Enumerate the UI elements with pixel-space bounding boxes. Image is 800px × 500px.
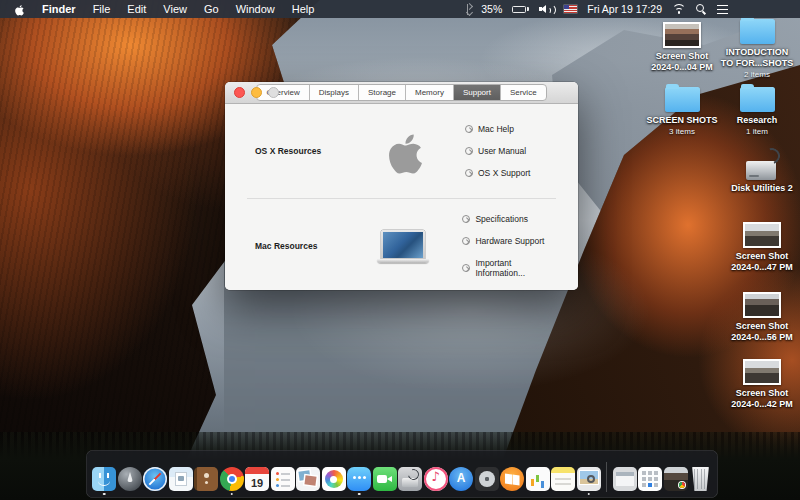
- desktop-icon-screenshot-56pm[interactable]: Screen Shot2024-0...56 PM: [722, 292, 800, 343]
- dvd-player-icon: [475, 467, 499, 491]
- os-x-resources-label: OS X Resources: [255, 146, 359, 156]
- dock-finder[interactable]: [92, 467, 116, 494]
- mac-resources-label: Mac Resources: [255, 241, 358, 251]
- dock-documents-stack[interactable]: [613, 467, 637, 494]
- desktop-icon-screenshot-42pm[interactable]: Screen Shot2024-0...42 PM: [722, 359, 800, 410]
- bluetooth-icon[interactable]: [464, 4, 471, 15]
- screenshot-thumbnail-icon: [743, 292, 781, 318]
- minimize-button[interactable]: [251, 87, 262, 98]
- apple-menu-icon[interactable]: [14, 3, 25, 16]
- desktop-icon-screenshot-47pm[interactable]: Screen Shot2024-0...47 PM: [722, 222, 800, 273]
- dock-notes[interactable]: [551, 467, 575, 494]
- item-count: 2 items: [744, 70, 770, 79]
- close-button[interactable]: [234, 87, 245, 98]
- volume-icon[interactable]: [539, 4, 554, 14]
- battery-icon[interactable]: [512, 6, 529, 13]
- tab-memory[interactable]: Memory: [406, 85, 454, 100]
- notification-center-icon[interactable]: [717, 5, 728, 14]
- dock-numbers[interactable]: [526, 467, 550, 494]
- circle-arrow-icon: [462, 237, 470, 245]
- dock-photos[interactable]: [322, 467, 346, 494]
- macbook-image: [358, 230, 449, 263]
- input-flag-icon[interactable]: [564, 5, 577, 13]
- dock-calendar[interactable]: 19: [245, 467, 269, 494]
- dock-downloads-stack[interactable]: [638, 467, 662, 494]
- folder-icon: [740, 19, 775, 44]
- messages-icon: [347, 467, 371, 491]
- dock-ibooks[interactable]: [500, 467, 524, 494]
- ibooks-icon: [500, 467, 524, 491]
- link-specifications[interactable]: Specifications: [462, 214, 562, 224]
- item-count: 1 item: [746, 127, 768, 136]
- dock-mail[interactable]: [169, 467, 193, 494]
- folder-icon: [740, 87, 775, 112]
- tab-support[interactable]: Support: [454, 85, 501, 100]
- disk-utility-icon: [398, 467, 422, 491]
- menu-go[interactable]: Go: [204, 3, 219, 15]
- link-hardware-support[interactable]: Hardware Support: [462, 236, 562, 246]
- menu-help[interactable]: Help: [292, 3, 315, 15]
- circle-arrow-icon: [465, 125, 473, 133]
- link-important-information[interactable]: Important Information...: [462, 258, 562, 278]
- menu-app-name[interactable]: Finder: [42, 3, 76, 15]
- circle-arrow-icon: [462, 264, 470, 272]
- dock-launchpad[interactable]: [118, 467, 142, 494]
- itunes-icon: [424, 467, 448, 491]
- link-os-x-support[interactable]: OS X Support: [465, 168, 530, 178]
- dock-messages[interactable]: [347, 467, 371, 494]
- desktop-icon-screenshot-04pm[interactable]: Screen Shot2024-0...04 PM: [642, 22, 722, 73]
- dock-contacts[interactable]: [194, 467, 218, 494]
- screenshot-thumbnail-icon: [743, 222, 781, 248]
- dock-reminders[interactable]: [271, 467, 295, 494]
- dock-disk-utility[interactable]: [398, 467, 422, 494]
- dock-chrome[interactable]: [220, 467, 244, 494]
- launchpad-icon: [118, 467, 142, 491]
- dock-trash[interactable]: [689, 467, 712, 494]
- icon-label: INTODUCTIONTO FOR...SHOTS: [721, 47, 793, 69]
- notes-icon: [551, 467, 575, 491]
- dock-preview[interactable]: [577, 467, 601, 494]
- dock-facetime[interactable]: [373, 467, 397, 494]
- link-label: OS X Support: [478, 168, 530, 178]
- window-titlebar[interactable]: Overview Displays Storage Memory Support…: [225, 82, 578, 104]
- dock: 19: [86, 450, 718, 498]
- dock-safari[interactable]: [143, 467, 167, 494]
- running-indicator: [587, 493, 590, 496]
- menu-view[interactable]: View: [163, 3, 187, 15]
- calendar-icon: 19: [245, 467, 269, 491]
- dock-itunes[interactable]: [424, 467, 448, 494]
- desktop-icon-research-folder[interactable]: Research 1 item: [717, 87, 797, 136]
- tab-storage[interactable]: Storage: [359, 85, 406, 100]
- menu-file[interactable]: File: [93, 3, 111, 15]
- running-indicator: [230, 493, 233, 496]
- tab-service[interactable]: Service: [501, 85, 546, 100]
- window-tab-bar: Overview Displays Storage Memory Support…: [256, 84, 546, 101]
- dock-photo-booth[interactable]: [296, 467, 320, 494]
- tab-displays[interactable]: Displays: [310, 85, 359, 100]
- spotlight-icon[interactable]: [696, 4, 707, 15]
- desktop-icon-disk-utilities[interactable]: Disk Utilities 2: [722, 148, 800, 194]
- icon-label: Screen Shot2024-0...47 PM: [731, 251, 793, 273]
- disk-utility-icon: [743, 148, 781, 180]
- circle-arrow-icon: [465, 147, 473, 155]
- link-label: Specifications: [475, 214, 527, 224]
- desktop-icon-screen-shots-folder[interactable]: SCREEN SHOTS 3 items: [642, 87, 722, 136]
- link-mac-help[interactable]: Mac Help: [465, 124, 530, 134]
- link-label: Important Information...: [475, 258, 562, 278]
- wifi-icon[interactable]: [672, 4, 686, 14]
- link-label: Mac Help: [478, 124, 514, 134]
- link-user-manual[interactable]: User Manual: [465, 146, 530, 156]
- dock-separator: [606, 462, 607, 492]
- support-pane: OS X Resources Mac Help User Manual: [225, 104, 578, 290]
- menu-window[interactable]: Window: [236, 3, 275, 15]
- downloads-stack-icon: [638, 467, 662, 491]
- icon-label: Screen Shot2024-0...04 PM: [651, 51, 713, 73]
- desktop-icon-intoduction-folder[interactable]: INTODUCTIONTO FOR...SHOTS 2 items: [717, 19, 797, 79]
- dock-dvd-player[interactable]: [475, 467, 499, 494]
- menu-clock[interactable]: Fri Apr 19 17:29: [587, 3, 662, 15]
- preview-icon: [577, 467, 601, 491]
- dock-screenshots-stack[interactable]: [664, 467, 688, 494]
- dock-app-store[interactable]: [449, 467, 473, 494]
- icon-label: SCREEN SHOTS: [646, 115, 717, 126]
- menu-edit[interactable]: Edit: [127, 3, 146, 15]
